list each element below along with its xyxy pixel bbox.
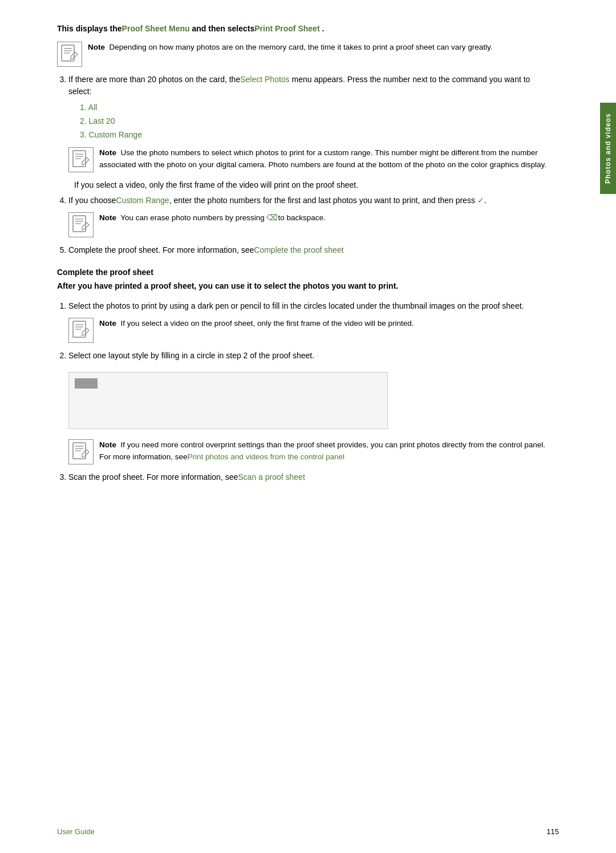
sub-item-custom-range: 3. Custom Range xyxy=(80,128,548,142)
step4-end: . xyxy=(484,196,487,205)
note-box-3: Note You can erase photo numbers by pres… xyxy=(68,212,548,237)
step4-after: , enter the photo numbers for the first … xyxy=(169,196,475,205)
note-box-1: Note Depending on how many photos are on… xyxy=(57,42,548,67)
sub-list-main: Select the photos to print by using a da… xyxy=(68,300,548,483)
complete-proof-sheet-link[interactable]: Complete the proof sheet xyxy=(254,245,343,254)
step3-text-before: If there are more than 20 photos on the … xyxy=(68,75,240,84)
print-proof-sheet-link[interactable]: Print Proof Sheet xyxy=(254,24,319,33)
gray-box-inner xyxy=(75,378,98,389)
note-box-2: Note Use the photo numbers to select whi… xyxy=(68,147,548,172)
sub-step1-text: Select the photos to print by using a da… xyxy=(68,301,524,310)
note-text-3: Note You can erase photo numbers by pres… xyxy=(99,212,548,224)
footer: User Guide 115 xyxy=(0,827,616,836)
step4-before: If you choose xyxy=(68,196,116,205)
note-content-3a: You can erase photo numbers by pressing xyxy=(120,213,264,222)
sidebar-tab-label: Photos and videos xyxy=(604,113,612,184)
print-photos-link[interactable]: Print photos and videos from the control… xyxy=(188,452,345,461)
backspace-link[interactable]: ⌫ xyxy=(266,213,278,222)
note-svg-icon-2 xyxy=(71,149,91,170)
note-icon-3 xyxy=(68,212,94,237)
main-list-3: Complete the proof sheet. For more infor… xyxy=(68,244,548,256)
sub-step3-before: Scan the proof sheet. For more informati… xyxy=(68,472,238,482)
sub-step-1: Select the photos to print by using a da… xyxy=(68,300,548,343)
note-content-5a: If you need more control over xyxy=(121,440,221,449)
step5-before: Complete the proof sheet. For more infor… xyxy=(68,245,254,254)
note-label-2: Note xyxy=(99,148,116,157)
sub-item-last20: 2. Last 20 xyxy=(80,115,548,128)
intro-paragraph: This displays theProof Sheet Menu and th… xyxy=(57,23,548,35)
note-icon-1 xyxy=(57,42,82,67)
note-content-2: Use the photo numbers to select which ph… xyxy=(99,148,546,168)
sub-step-3: Scan the proof sheet. For more informati… xyxy=(68,471,548,483)
note-svg-icon-3 xyxy=(71,215,91,235)
step-4: If you chooseCustom Range, enter the pho… xyxy=(68,195,548,237)
layout-image-box xyxy=(68,372,388,429)
section-intro: After you have printed a proof sheet, yo… xyxy=(57,280,548,292)
sidebar-tab: Photos and videos xyxy=(600,103,616,194)
note-svg-icon-4 xyxy=(71,320,91,341)
main-content: This displays theProof Sheet Menu and th… xyxy=(0,0,582,853)
intro-end: . xyxy=(320,24,325,33)
intro-text-before: This displays the xyxy=(57,24,122,33)
intro-middle: and then selects xyxy=(190,24,255,33)
note-text-1: Note Depending on how many photos are on… xyxy=(88,42,548,53)
section-heading-block: Complete the proof sheet xyxy=(57,268,548,277)
note-icon-5 xyxy=(68,439,94,464)
sub-item-all: 1. All xyxy=(80,101,548,115)
page-container: This displays theProof Sheet Menu and th… xyxy=(0,0,616,853)
note-box-5: Note If you need more control overprint … xyxy=(68,439,548,464)
svg-line-5 xyxy=(75,52,78,54)
scan-proof-sheet-link[interactable]: Scan a proof sheet xyxy=(238,472,305,482)
checkmark-link[interactable]: ✓ xyxy=(477,196,484,205)
main-list-2: If you chooseCustom Range, enter the pho… xyxy=(68,195,548,237)
video-note-text: If you select a video, only the first fr… xyxy=(74,179,548,191)
note-text-4: Note If you select a video on the proof … xyxy=(99,318,548,329)
main-list: If there are more than 20 photos on the … xyxy=(68,74,548,172)
note-content-3b: to backspace. xyxy=(278,213,325,222)
note-svg-icon-1 xyxy=(59,44,80,64)
note-text-2: Note Use the photo numbers to select whi… xyxy=(99,147,548,171)
note-svg-icon-5 xyxy=(71,442,91,462)
sub-step-2: Select one layout style by filling in a … xyxy=(68,350,548,464)
note-label-5: Note xyxy=(99,440,116,449)
note-icon-2 xyxy=(68,147,94,172)
note-label-1: Note xyxy=(88,43,105,51)
note-content-4: If you select a video on the proof sheet… xyxy=(121,319,414,328)
footer-right: 115 xyxy=(546,827,559,836)
footer-left: User Guide xyxy=(57,827,95,836)
note-label-4: Note xyxy=(99,319,116,328)
step-5: Complete the proof sheet. For more infor… xyxy=(68,244,548,256)
sub-step2-text: Select one layout style by filling in a … xyxy=(68,351,314,360)
note-label-3: Note xyxy=(99,213,116,222)
video-note-block: If you select a video, only the first fr… xyxy=(74,179,548,191)
note-icon-4 xyxy=(68,318,94,343)
note-box-4: Note If you select a video on the proof … xyxy=(68,318,548,343)
step-3: If there are more than 20 photos on the … xyxy=(68,74,548,172)
note-content-1: Depending on how many photos are on the … xyxy=(110,43,493,51)
select-photos-link[interactable]: Select Photos xyxy=(240,75,289,84)
note-text-5: Note If you need more control overprint … xyxy=(99,439,548,463)
proof-sheet-menu-link[interactable]: Proof Sheet Menu xyxy=(122,24,190,33)
section-heading: Complete the proof sheet xyxy=(57,268,153,277)
custom-range-link[interactable]: Custom Range xyxy=(116,196,169,205)
sub-list-photos: 1. All 2. Last 20 3. Custom Range xyxy=(80,101,548,142)
